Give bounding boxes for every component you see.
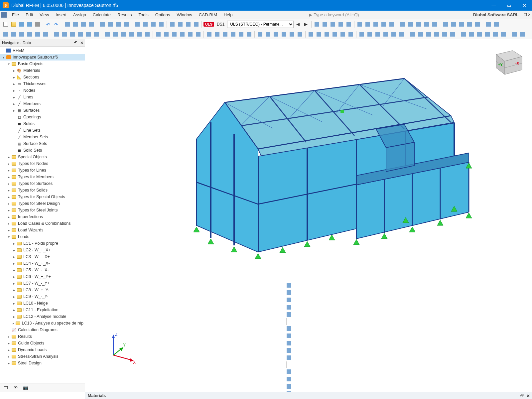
tb2-btn36-icon[interactable] xyxy=(307,31,315,38)
tb2-btn23-icon[interactable] xyxy=(195,31,202,38)
menu-help[interactable]: Help xyxy=(220,11,236,18)
tb1-r8-icon[interactable] xyxy=(380,21,387,28)
tree-imperfections[interactable]: ▸Imperfections xyxy=(0,213,85,220)
tb2-btn45-icon[interactable] xyxy=(382,31,389,38)
tb2-btn0-icon[interactable] xyxy=(2,31,9,38)
tree-lc8[interactable]: ▸LC8 - W_+_Y- xyxy=(0,287,85,293)
tb2-btn38-icon[interactable] xyxy=(323,31,331,38)
tb-open-icon[interactable] xyxy=(10,21,17,28)
tree-lc5[interactable]: ▸LC5 - W_-_X- xyxy=(0,267,85,273)
materials-close-icon[interactable]: ✕ xyxy=(526,393,530,398)
close-button[interactable]: ✕ xyxy=(517,0,532,11)
load-combo[interactable]: ULS (STR/GEO) - Permane... xyxy=(227,21,294,28)
mattb-btn11-icon[interactable] xyxy=(285,375,293,383)
tb2-btn53-icon[interactable] xyxy=(449,31,456,38)
tb2-btn31-icon[interactable] xyxy=(264,31,272,38)
tb2-btn39-icon[interactable] xyxy=(331,31,338,38)
navfoot-views-icon[interactable]: 🗔 xyxy=(2,384,9,391)
keyword-search[interactable]: ▶ Type a keyword (Alt+Q) xyxy=(309,12,359,17)
tb2-btn27-icon[interactable] xyxy=(229,31,237,38)
tb-save-all-icon[interactable] xyxy=(26,21,33,28)
mattb-btn7-icon[interactable] xyxy=(285,339,293,347)
tb1-r21-icon[interactable] xyxy=(493,21,500,28)
tb2-btn18-icon[interactable] xyxy=(155,31,162,38)
tb2-btn10-icon[interactable] xyxy=(85,31,92,38)
tb2-btn8-icon[interactable] xyxy=(69,31,76,38)
tb-print-icon[interactable] xyxy=(34,21,41,28)
tb2-btn33-icon[interactable] xyxy=(280,31,288,38)
tb1-r19-icon[interactable] xyxy=(474,21,481,28)
tb1-r9-icon[interactable] xyxy=(388,21,395,28)
tb-redo-icon[interactable] xyxy=(53,21,60,28)
tb2-btn60-icon[interactable] xyxy=(511,31,518,38)
tree-basic-objects[interactable]: ▾Basic Objects xyxy=(0,61,85,67)
tb1-r10-icon[interactable] xyxy=(399,21,406,28)
tb1-r3-icon[interactable] xyxy=(337,21,344,28)
tb2-btn9-icon[interactable] xyxy=(77,31,84,38)
tree-basic-members[interactable]: ▸╱Members xyxy=(0,100,85,107)
tb1-r4-icon[interactable] xyxy=(345,21,352,28)
tree-types-for-special-objects[interactable]: ▸Types for Special Objects xyxy=(0,194,85,200)
mattb-btn0-icon[interactable] xyxy=(285,282,293,289)
tree-lc13[interactable]: ▸LC13 - Analyse du spectre de rép xyxy=(0,320,85,327)
tb1-btn5-icon[interactable] xyxy=(107,21,114,28)
menu-cad-bim[interactable]: CAD-BIM xyxy=(196,11,220,18)
tb2-btn28-icon[interactable] xyxy=(237,31,245,38)
tb1-r1-icon[interactable] xyxy=(321,21,329,28)
tb2-btn44-icon[interactable] xyxy=(374,31,381,38)
tree-lc7[interactable]: ▸LC7 - W_-_Y+ xyxy=(0,280,85,287)
tree-basic-materials[interactable]: ▸🎨Materials xyxy=(0,67,85,74)
tb2-btn26-icon[interactable] xyxy=(221,31,229,38)
tb2-btn2-icon[interactable] xyxy=(18,31,25,38)
menu-edit[interactable]: Edit xyxy=(22,11,36,18)
tb2-btn59-icon[interactable] xyxy=(500,31,507,38)
tb2-btn20-icon[interactable] xyxy=(171,31,178,38)
tb2-btn11-icon[interactable] xyxy=(93,31,100,38)
tb1-r0-icon[interactable] xyxy=(313,21,321,28)
tb2-btn17-icon[interactable] xyxy=(144,31,151,38)
tree-lc9[interactable]: ▸LC9 - W_-_Y- xyxy=(0,293,85,300)
tb1-btn12-icon[interactable] xyxy=(169,21,176,28)
mattb-btn5-icon[interactable] xyxy=(285,325,293,332)
navigator-close-icon[interactable]: ✕ xyxy=(80,41,83,45)
tb1-btn6-icon[interactable] xyxy=(115,21,122,28)
navfoot-eye-icon[interactable]: 👁 xyxy=(12,384,19,391)
tb2-btn25-icon[interactable] xyxy=(213,31,221,38)
tb2-btn54-icon[interactable] xyxy=(460,31,467,38)
tb1-btn1-icon[interactable] xyxy=(72,21,79,28)
tree-loads[interactable]: ▾Loads xyxy=(0,233,85,240)
tb1-r20-icon[interactable] xyxy=(485,21,492,28)
tb1-r6-icon[interactable] xyxy=(364,21,371,28)
tree-basic-sections[interactable]: ▸📐Sections xyxy=(0,74,85,80)
tb2-btn37-icon[interactable] xyxy=(315,31,323,38)
tb2-btn52-icon[interactable] xyxy=(441,31,448,38)
tb2-btn15-icon[interactable] xyxy=(128,31,135,38)
tree-types-for-nodes[interactable]: ▸Types for Nodes xyxy=(0,160,85,167)
menu-assign[interactable]: Assign xyxy=(70,11,89,18)
mattb-btn2-icon[interactable] xyxy=(285,296,293,304)
tb2-btn22-icon[interactable] xyxy=(187,31,194,38)
minimize-button[interactable]: — xyxy=(486,0,501,11)
tb2-btn6-icon[interactable] xyxy=(53,31,60,38)
tb-save-icon[interactable] xyxy=(18,21,25,28)
tree-results[interactable]: ▸Results xyxy=(0,333,85,340)
tb2-btn42-icon[interactable] xyxy=(358,31,365,38)
tb1-r5-icon[interactable] xyxy=(356,21,363,28)
tb2-btn46-icon[interactable] xyxy=(390,31,397,38)
tree-stress-strain-analysis[interactable]: ▸Stress-Strain Analysis xyxy=(0,353,85,360)
tb1-btn9-icon[interactable] xyxy=(142,21,149,28)
tb1-r14-icon[interactable] xyxy=(431,21,438,28)
app-menu-icon[interactable] xyxy=(1,12,7,18)
tree-basic-line-sets[interactable]: ╱Line Sets xyxy=(0,127,85,134)
tree-special-objects[interactable]: ▸Special Objects xyxy=(0,154,85,160)
tb2-btn49-icon[interactable] xyxy=(417,31,424,38)
tree-basic-member-sets[interactable]: ╱Member Sets xyxy=(0,134,85,140)
menu-calculate[interactable]: Calculate xyxy=(89,11,114,18)
tb2-btn13-icon[interactable] xyxy=(112,31,119,38)
tb2-btn43-icon[interactable] xyxy=(366,31,373,38)
tb1-r16-icon[interactable] xyxy=(450,21,457,28)
tb2-btn56-icon[interactable] xyxy=(476,31,483,38)
tb1-r7-icon[interactable] xyxy=(372,21,379,28)
tb1-btn8-icon[interactable] xyxy=(134,21,141,28)
tb1-r15-icon[interactable] xyxy=(442,21,449,28)
